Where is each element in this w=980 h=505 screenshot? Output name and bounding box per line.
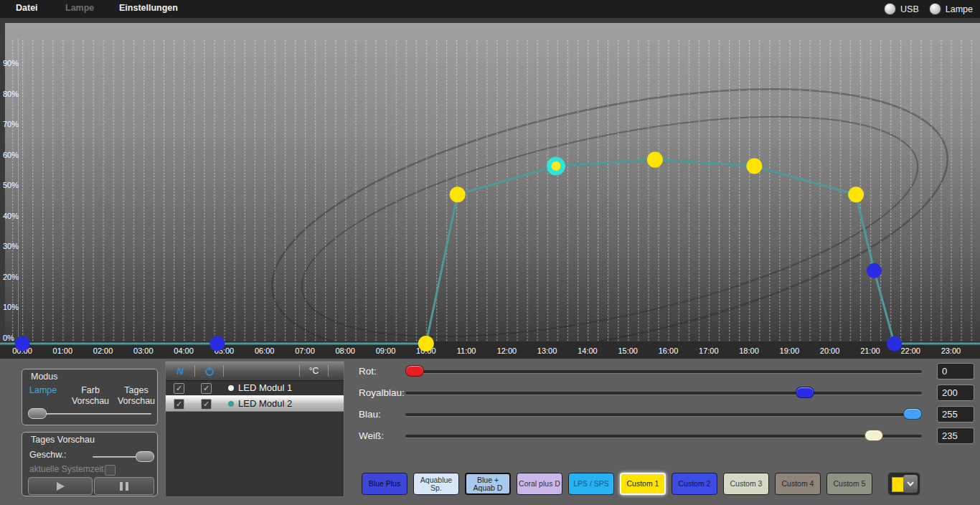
y-tick-label: 0% xyxy=(3,334,14,342)
y-tick-label: 50% xyxy=(3,181,19,189)
chart-svg: ATI90%80%70%60%50%40%30%20%10%0%00:0001:… xyxy=(0,19,980,359)
x-tick-label: 16:00 xyxy=(659,346,679,355)
pause-icon xyxy=(120,482,128,491)
x-tick-label: 20:00 xyxy=(820,346,840,355)
chart-point-blue[interactable] xyxy=(867,263,882,278)
lampe-radio-icon[interactable] xyxy=(929,3,941,15)
chart-point-yellow[interactable] xyxy=(848,187,864,202)
channel-slider-track-weiss[interactable] xyxy=(405,435,922,438)
speed-slider-thumb[interactable] xyxy=(136,451,154,462)
color-swatch-control xyxy=(887,472,920,496)
play-icon xyxy=(57,482,65,491)
y-tick-label: 70% xyxy=(3,120,19,128)
channel-slider-thumb-weiss[interactable] xyxy=(864,430,883,441)
channel-row-weiss: Weiß: xyxy=(0,428,980,445)
y-tick-label: 90% xyxy=(3,59,19,67)
channel-slider-thumb-royalblau[interactable] xyxy=(796,387,814,398)
channel-label-weiss: Weiß: xyxy=(359,430,384,441)
menu-item-datei[interactable]: Datei xyxy=(16,3,38,13)
connection-status-group: USB Lampe xyxy=(884,0,973,18)
connection-lampe[interactable]: Lampe xyxy=(929,3,973,15)
speed-label: Geschw.: xyxy=(29,450,66,460)
y-tick-label: 80% xyxy=(3,90,19,98)
menu-item-lampe: Lampe xyxy=(65,3,94,13)
chart-point-yellow[interactable] xyxy=(647,152,663,168)
channel-value-input-blau[interactable] xyxy=(937,406,974,423)
y-tick-label: 40% xyxy=(3,212,19,220)
y-tick-label: 60% xyxy=(3,151,19,159)
chart-point-yellow[interactable] xyxy=(418,336,434,351)
preset-button-custom-1[interactable]: Custom 1 xyxy=(620,473,666,495)
x-tick-label: 08:00 xyxy=(335,346,355,355)
menu-item-einstellungen[interactable]: Einstellungen xyxy=(119,3,178,13)
x-tick-label: 03:00 xyxy=(133,346,154,355)
x-tick-label: 22:00 xyxy=(900,346,920,355)
chart-point-blue[interactable] xyxy=(15,336,30,351)
usb-radio-icon[interactable] xyxy=(884,3,896,15)
preset-button-blue-plus[interactable]: Blue Plus xyxy=(362,473,407,495)
preset-button-blue-aquab-d[interactable]: Blue + Aquab D xyxy=(465,473,511,495)
channel-slider-track-royalblau[interactable] xyxy=(405,392,922,395)
connection-usb[interactable]: USB xyxy=(884,3,919,15)
x-tick-label: 02:00 xyxy=(93,346,113,355)
x-tick-label: 18:00 xyxy=(739,346,759,355)
x-tick-label: 17:00 xyxy=(699,346,719,355)
daylight-curve-chart: ATI90%80%70%60%50%40%30%20%10%0%00:0001:… xyxy=(0,18,980,359)
x-tick-label: 04:00 xyxy=(174,346,194,355)
x-tick-label: 23:00 xyxy=(941,346,961,355)
channel-value-input-weiss[interactable] xyxy=(937,428,974,444)
preset-button-aquablue-sp[interactable]: Aquablue Sp. xyxy=(413,473,459,495)
y-tick-label: 20% xyxy=(3,273,19,281)
x-tick-label: 19:00 xyxy=(780,346,800,355)
chart-point-yellow[interactable] xyxy=(450,187,466,202)
channel-row-rot: Rot: xyxy=(0,363,980,380)
preset-button-custom-4[interactable]: Custom 4 xyxy=(775,473,821,495)
x-tick-label: 12:00 xyxy=(497,346,517,355)
menubar: Datei Lampe Einstellungen USB Lampe xyxy=(0,0,980,18)
channel-slider-track-rot[interactable] xyxy=(405,370,922,373)
channel-row-royalblau: Royalblau: xyxy=(0,384,980,402)
x-tick-label: 15:00 xyxy=(618,346,638,355)
swatch-dropdown-button[interactable] xyxy=(903,475,918,493)
system-time-checkbox xyxy=(105,465,116,476)
lamp-control-app: { "menu": { "items": [ {"id":"datei","la… xyxy=(0,0,980,505)
lampe-label: Lampe xyxy=(946,4,973,14)
preset-button-custom-3[interactable]: Custom 3 xyxy=(723,473,769,495)
channel-slider-track-blau[interactable] xyxy=(405,413,922,416)
preset-button-custom-2[interactable]: Custom 2 xyxy=(672,473,717,495)
chart-grid xyxy=(5,39,980,343)
channel-value-input-royalblau[interactable] xyxy=(937,384,974,401)
play-button[interactable] xyxy=(28,477,93,495)
channel-slider-thumb-rot[interactable] xyxy=(405,365,424,377)
y-tick-label: 30% xyxy=(3,242,19,250)
system-time-label: aktuelle Systemzeit xyxy=(29,464,103,474)
x-tick-label: 11:00 xyxy=(457,346,476,355)
x-tick-label: 21:00 xyxy=(860,346,880,355)
x-tick-label: 01:00 xyxy=(53,346,73,355)
preset-button-custom-5[interactable]: Custom 5 xyxy=(826,473,872,495)
pause-button[interactable] xyxy=(94,477,154,495)
chevron-down-icon xyxy=(907,481,914,486)
x-tick-label: 06:00 xyxy=(255,346,275,355)
chart-point-blue[interactable] xyxy=(209,336,225,351)
x-tick-label: 13:00 xyxy=(537,346,557,355)
x-tick-label: 07:00 xyxy=(295,346,315,355)
channel-label-royalblau: Royalblau: xyxy=(359,387,405,398)
preset-button-lps-sps[interactable]: LPS / SPS xyxy=(568,473,614,495)
preset-button-coral-plus-d[interactable]: Coral plus D xyxy=(517,473,562,495)
x-tick-label: 14:00 xyxy=(578,346,598,355)
chart-point-yellow[interactable] xyxy=(746,159,762,174)
x-tick-label: 09:00 xyxy=(376,346,396,355)
chart-point-blue[interactable] xyxy=(887,336,902,351)
y-tick-label: 10% xyxy=(3,303,19,311)
channel-slider-thumb-blau[interactable] xyxy=(903,408,922,420)
channel-label-rot: Rot: xyxy=(359,366,377,377)
channel-row-blau: Blau: xyxy=(0,406,980,423)
channel-value-input-rot[interactable] xyxy=(937,363,974,379)
usb-label: USB xyxy=(900,4,919,14)
channel-label-blau: Blau: xyxy=(359,409,381,420)
chart-point-selected[interactable] xyxy=(547,157,565,176)
